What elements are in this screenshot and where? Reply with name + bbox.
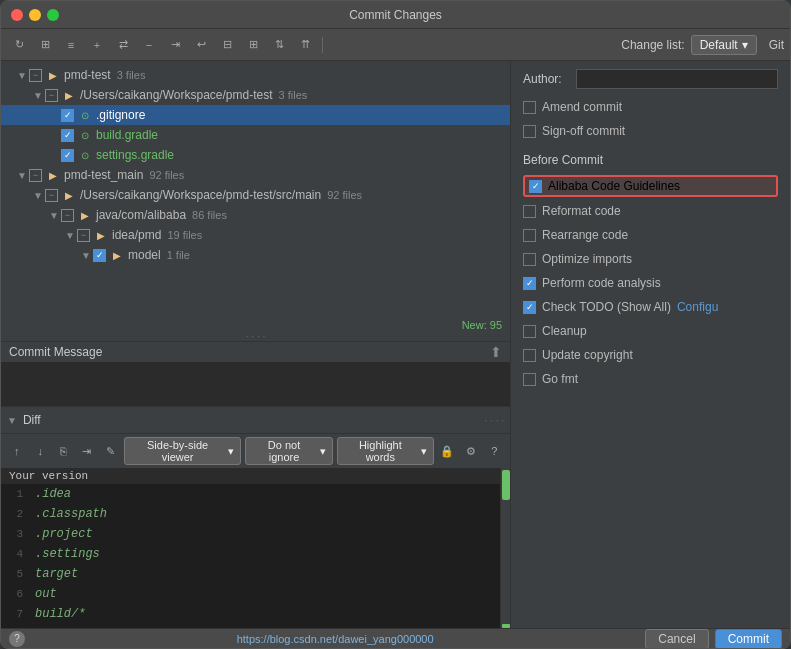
amend-commit-row[interactable]: Amend commit [523, 97, 778, 117]
minimize-button[interactable] [29, 9, 41, 21]
tree-label-pmd-test: pmd-test [64, 68, 111, 82]
line-content-2: .classpath [31, 507, 107, 521]
copyright-row[interactable]: Update copyright [523, 345, 778, 365]
help-button[interactable]: ? [9, 631, 25, 647]
author-input[interactable] [576, 69, 778, 89]
tree-item-pmd-main[interactable]: ▼ − ▶ pmd-test_main 92 files [1, 165, 510, 185]
diff-apply-button[interactable]: ⇥ [77, 442, 96, 460]
folder-model-icon: ▶ [110, 248, 124, 262]
perform-row[interactable]: ✓ Perform code analysis [523, 273, 778, 293]
refresh-button[interactable]: ↻ [7, 34, 31, 56]
checkbox-model[interactable]: ✓ [93, 249, 106, 262]
file-tree[interactable]: ▼ − ▶ pmd-test 3 files ▼ − ▶ /Users/caik… [1, 61, 510, 317]
sort-button[interactable]: ⇅ [267, 34, 291, 56]
reformat-checkbox[interactable] [523, 205, 536, 218]
alibaba-option[interactable]: ✓ Alibaba Code Guidelines [523, 175, 778, 197]
code-editor[interactable]: Your version 1 .idea 2 .classpath 3 .pro… [1, 468, 500, 628]
close-button[interactable] [11, 9, 23, 21]
code-line-2: 2 .classpath [1, 504, 500, 524]
diff-edit-button[interactable]: ✎ [101, 442, 120, 460]
gofmt-checkbox[interactable] [523, 373, 536, 386]
file-build-icon: ⊙ [78, 128, 92, 142]
checktodo-label: Check TODO (Show All) [542, 300, 671, 314]
diff-down-button[interactable]: ↓ [30, 442, 49, 460]
main-toolbar: ↻ ⊞ ≡ + ⇄ − ⇥ ↩ ⊟ ⊞ ⇅ ⇈ Change list: Def… [1, 29, 790, 61]
gear-icon[interactable]: ⚙ [461, 442, 480, 460]
line-num-1: 1 [1, 488, 31, 500]
cleanup-row[interactable]: Cleanup [523, 321, 778, 341]
list-button[interactable]: ≡ [59, 34, 83, 56]
filter-button[interactable]: ⇈ [293, 34, 317, 56]
add-button[interactable]: + [85, 34, 109, 56]
tree-item-pmd-test[interactable]: ▼ − ▶ pmd-test 3 files [1, 65, 510, 85]
line-num-5: 5 [1, 568, 31, 580]
copyright-checkbox[interactable] [523, 349, 536, 362]
ignore-label: Do not ignore [252, 439, 316, 463]
optimize-checkbox[interactable] [523, 253, 536, 266]
checktodo-checkbox[interactable]: ✓ [523, 301, 536, 314]
perform-checkbox[interactable]: ✓ [523, 277, 536, 290]
diff-up-button[interactable]: ↑ [7, 442, 26, 460]
configure-link[interactable]: Configu [677, 300, 718, 314]
cleanup-checkbox[interactable] [523, 325, 536, 338]
tree-item-src-main[interactable]: ▼ − ▶ /Users/caikang/Workspace/pmd-test/… [1, 185, 510, 205]
ignore-dropdown[interactable]: Do not ignore ▾ [245, 437, 333, 465]
tree-item-idea-pmd[interactable]: ▼ − ▶ idea/pmd 19 files [1, 225, 510, 245]
checkbox-java[interactable]: − [61, 209, 74, 222]
rearrange-row[interactable]: Rearrange code [523, 225, 778, 245]
code-scrollbar[interactable] [500, 468, 510, 628]
move-button[interactable]: ⊞ [33, 34, 57, 56]
checkbox-idea[interactable]: − [77, 229, 90, 242]
code-line-4: 4 .settings [1, 544, 500, 564]
indent-button[interactable]: ⇥ [163, 34, 187, 56]
tree-item-model[interactable]: ▼ ✓ ▶ model 1 file [1, 245, 510, 265]
cancel-button[interactable]: Cancel [645, 629, 708, 649]
tree-item-build-gradle[interactable]: ✓ ⊙ build.gradle [1, 125, 510, 145]
viewer-dropdown[interactable]: Side-by-side viewer ▾ [124, 437, 241, 465]
tree-item-gitignore[interactable]: ✓ ⊙ .gitignore [1, 105, 510, 125]
checkbox-pmd-test[interactable]: − [29, 69, 42, 82]
file-settings-icon: ⊙ [78, 148, 92, 162]
alibaba-checkbox[interactable]: ✓ [529, 180, 542, 193]
checkbox-workspace[interactable]: − [45, 89, 58, 102]
commit-message-input[interactable] [1, 362, 510, 406]
checkbox-pmd-main[interactable]: − [29, 169, 42, 182]
tree-item-workspace-pmd[interactable]: ▼ − ▶ /Users/caikang/Workspace/pmd-test … [1, 85, 510, 105]
diff-copy-button[interactable]: ⎘ [54, 442, 73, 460]
commit-button[interactable]: Commit [715, 629, 782, 649]
folder-java-icon: ▶ [78, 208, 92, 222]
amend-checkbox[interactable] [523, 101, 536, 114]
viewer-label: Side-by-side viewer [131, 439, 224, 463]
optimize-row[interactable]: Optimize imports [523, 249, 778, 269]
right-panel: Author: Amend commit Sign-off commit Bef… [511, 61, 790, 628]
checkbox-gitignore[interactable]: ✓ [61, 109, 74, 122]
maximize-button[interactable] [47, 9, 59, 21]
signoff-commit-row[interactable]: Sign-off commit [523, 121, 778, 141]
checkbox-src-main[interactable]: − [45, 189, 58, 202]
code-line-6: 6 out [1, 584, 500, 604]
folder-idea-icon: ▶ [94, 228, 108, 242]
checktodo-row[interactable]: ✓ Check TODO (Show All) Configu [523, 297, 778, 317]
minus-button[interactable]: − [137, 34, 161, 56]
expand-model-icon: ▼ [81, 250, 93, 261]
lock-icon[interactable]: 🔒 [438, 442, 457, 460]
gofmt-row[interactable]: Go fmt [523, 369, 778, 389]
checkbox-settings-gradle[interactable]: ✓ [61, 149, 74, 162]
signoff-checkbox[interactable] [523, 125, 536, 138]
highlight-dropdown[interactable]: Highlight words ▾ [337, 437, 434, 465]
move2-button[interactable]: ⇄ [111, 34, 135, 56]
compare-button[interactable]: ⊞ [241, 34, 265, 56]
change-list-dropdown[interactable]: Default ▾ [691, 35, 757, 55]
checkbox-build-gradle[interactable]: ✓ [61, 129, 74, 142]
diff-button[interactable]: ⊟ [215, 34, 239, 56]
tree-label-gitignore: .gitignore [96, 108, 145, 122]
rearrange-checkbox[interactable] [523, 229, 536, 242]
tree-item-settings-gradle[interactable]: ✓ ⊙ settings.gradle [1, 145, 510, 165]
file-count-model: 1 file [167, 249, 190, 261]
undo-button[interactable]: ↩ [189, 34, 213, 56]
help-diff-icon[interactable]: ? [485, 442, 504, 460]
expand-main-icon: ▼ [17, 170, 29, 181]
bottom-bar: ? https://blog.csdn.net/dawei_yang000000… [1, 628, 790, 648]
tree-item-java-alibaba[interactable]: ▼ − ▶ java/com/alibaba 86 files [1, 205, 510, 225]
reformat-row[interactable]: Reformat code [523, 201, 778, 221]
